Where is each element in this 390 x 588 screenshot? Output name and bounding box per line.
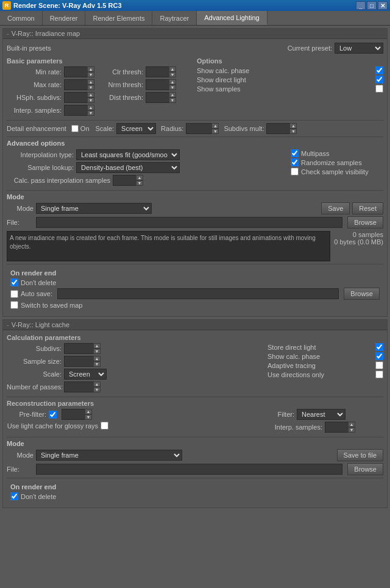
hsph-up[interactable]: ▲ <box>87 92 94 97</box>
show-calc-phase-checkbox[interactable] <box>375 66 383 74</box>
interpolation-type-select[interactable]: Least squares fit (good/smooth Weighted … <box>76 149 180 160</box>
switch-saved-checkbox[interactable] <box>10 301 18 309</box>
detail-enhancement-row: Detail enhancement On Scale: Screen Worl… <box>7 123 383 134</box>
interp-samples-input[interactable]: 20 <box>64 105 87 116</box>
multipass-checkbox[interactable] <box>291 149 299 157</box>
interp-down[interactable]: ▼ <box>87 110 94 116</box>
lc-num-passes-row: Number of passes: 4 ▲▼ <box>7 381 259 392</box>
lc-passes-up[interactable]: ▲ <box>93 381 101 387</box>
tab-common[interactable]: Common <box>0 11 43 25</box>
check-sample-vis-checkbox[interactable] <box>291 168 299 175</box>
lc-sample-size-down[interactable]: ▼ <box>93 361 101 367</box>
lc-browse-button[interactable]: Browse <box>347 463 383 475</box>
show-samples-checkbox[interactable] <box>375 85 383 93</box>
minimize-button[interactable]: _ <box>356 1 366 10</box>
tab-render-elements[interactable]: Render Elements <box>85 11 152 25</box>
pre-filter-up[interactable]: ▲ <box>85 409 92 414</box>
min-rate-up[interactable]: ▲ <box>87 66 94 72</box>
pre-filter-down[interactable]: ▼ <box>85 414 92 420</box>
current-preset-select[interactable]: Low Medium High <box>335 43 383 54</box>
nrm-thresh-input[interactable]: 0.3 <box>146 79 169 90</box>
max-rate-spinner: -2 ▲▼ <box>64 79 94 90</box>
clr-thresh-input[interactable]: 0.4 <box>146 66 169 77</box>
store-direct-light-checkbox[interactable] <box>375 343 383 351</box>
min-rate-input[interactable]: -3 <box>64 66 87 77</box>
use-directions-checkbox[interactable] <box>375 370 383 378</box>
max-rate-up[interactable]: ▲ <box>87 79 94 85</box>
auto-save-input[interactable]: <None> <box>57 288 339 299</box>
file-input[interactable]: C:\Documents and Settings\Jay\Desktop\sd… <box>36 217 342 228</box>
reset-button[interactable]: Reset <box>352 202 383 214</box>
lc-show-calc-phase-checkbox[interactable] <box>375 352 383 360</box>
clr-thresh-label: Clr thresh: <box>101 68 143 76</box>
save-to-file-button[interactable]: Save to file <box>337 449 383 461</box>
im-mode-select[interactable]: Single frame Incremental add to current … <box>36 203 152 214</box>
dist-thresh-input[interactable]: 0.1 <box>146 92 169 103</box>
save-button[interactable]: Save <box>321 202 350 214</box>
dist-thresh-up[interactable]: ▲ <box>169 92 176 97</box>
lc-interp-samples-input[interactable]: 10 <box>325 422 348 433</box>
lc-interp-down[interactable]: ▼ <box>348 427 355 433</box>
radius-up[interactable]: ▲ <box>211 123 219 129</box>
maximize-button[interactable]: □ <box>367 1 377 10</box>
browse-button[interactable]: Browse <box>347 216 383 228</box>
dist-thresh-spinner: 0.1 ▲▼ <box>146 92 176 103</box>
min-rate-down[interactable]: ▼ <box>87 72 94 77</box>
tab-renderer[interactable]: Renderer <box>43 11 86 25</box>
dont-delete-checkbox[interactable] <box>10 278 18 286</box>
calc-pass-input[interactable]: 15 <box>113 175 136 186</box>
lc-interp-up[interactable]: ▲ <box>348 422 355 427</box>
scale-select[interactable]: Screen World <box>116 123 156 134</box>
pre-filter-input[interactable]: 10 <box>62 409 85 420</box>
randomize-checkbox[interactable] <box>291 158 299 166</box>
dist-thresh-down[interactable]: ▼ <box>169 97 176 103</box>
lc-collapse-icon[interactable]: - <box>7 321 9 328</box>
tab-raytracer[interactable]: Raytracer <box>152 11 197 25</box>
lc-scale-select[interactable]: Screen World <box>64 369 107 380</box>
lc-dont-delete-checkbox[interactable] <box>10 492 18 500</box>
auto-save-browse-button[interactable]: Browse <box>344 288 380 300</box>
max-rate-input[interactable]: -2 <box>64 79 87 90</box>
pre-filter-checkbox[interactable] <box>49 411 57 419</box>
hsph-subdivs-input[interactable]: 50 <box>64 92 87 103</box>
subdivs-mult-up[interactable]: ▲ <box>289 123 297 129</box>
show-direct-light-checkbox[interactable] <box>375 76 383 83</box>
lc-dont-delete-row: Don't delete <box>10 492 380 500</box>
description-row: A new irradiance map is created for each… <box>7 231 383 261</box>
adaptive-tracing-checkbox[interactable] <box>375 361 383 369</box>
lc-subdivs-up[interactable]: ▲ <box>93 343 101 349</box>
lc-passes-down[interactable]: ▼ <box>93 387 101 392</box>
subdivs-mult-input[interactable]: 0.3 <box>266 123 289 134</box>
interp-up[interactable]: ▲ <box>87 105 94 110</box>
collapse-icon[interactable]: - <box>7 30 9 37</box>
clr-thresh-down[interactable]: ▼ <box>169 72 176 77</box>
on-checkbox[interactable] <box>71 125 79 132</box>
use-light-cache-checkbox[interactable] <box>101 422 108 430</box>
subdivs-mult-down[interactable]: ▼ <box>289 129 297 134</box>
hsph-down[interactable]: ▼ <box>87 97 94 103</box>
lc-subdivs-input[interactable]: 200 <box>64 343 93 354</box>
lc-subdivs-down[interactable]: ▼ <box>93 349 101 354</box>
max-rate-down[interactable]: ▼ <box>87 85 94 90</box>
lc-mode-select[interactable]: Single frame Fly-through <box>36 450 182 461</box>
auto-save-checkbox[interactable] <box>10 290 18 298</box>
built-in-presets-row: Built-in presets Current preset: Low Med… <box>7 43 383 54</box>
lc-filter-select[interactable]: Nearest Fixed <box>297 409 346 420</box>
lc-sample-size-up[interactable]: ▲ <box>93 356 101 361</box>
sample-lookup-select[interactable]: Density-based (best) Overlapping <box>76 162 180 173</box>
tab-advanced-lighting[interactable]: Advanced Lighting <box>197 11 268 25</box>
lc-file-input[interactable] <box>36 464 342 475</box>
main-content: - V-Ray:: Irradiance map Built-in preset… <box>0 26 390 588</box>
clr-thresh-up[interactable]: ▲ <box>169 66 176 72</box>
calc-pass-up[interactable]: ▲ <box>136 175 143 180</box>
nrm-thresh-down[interactable]: ▼ <box>169 85 176 90</box>
subdivs-mult-spinner: 0.3 ▲▼ <box>266 123 297 134</box>
close-button[interactable]: ✕ <box>378 1 388 10</box>
nrm-thresh-up[interactable]: ▲ <box>169 79 176 85</box>
radius-down[interactable]: ▼ <box>211 129 219 134</box>
radius-input[interactable]: 60.0 <box>186 123 211 134</box>
mode-label: Mode <box>7 193 24 200</box>
lc-num-passes-input[interactable]: 4 <box>64 381 93 392</box>
lc-sample-size-input[interactable]: 0.02 <box>64 356 93 367</box>
calc-pass-down[interactable]: ▼ <box>136 180 143 186</box>
